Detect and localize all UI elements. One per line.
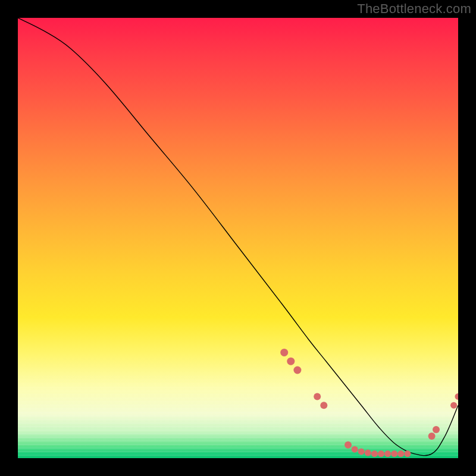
data-marker [378,450,384,457]
data-marker [293,367,301,374]
curve-group [18,18,458,456]
data-marker [320,402,327,409]
watermark-text: TheBottleneck.com [357,1,471,17]
markers-group [280,349,458,457]
data-marker [345,441,352,449]
chart-svg [18,18,458,458]
data-marker [358,448,365,455]
data-marker [428,433,436,440]
data-marker [287,358,295,365]
data-marker [280,349,288,356]
data-marker [365,450,371,456]
data-marker [314,393,321,400]
data-marker [404,450,411,457]
plot-area [18,18,458,458]
data-marker [455,393,459,400]
data-marker [433,426,440,433]
data-marker [352,446,358,453]
data-marker [391,450,397,457]
bottleneck-curve [18,18,458,456]
data-marker [384,450,391,457]
data-marker [450,402,457,409]
data-marker [371,450,378,457]
data-marker [397,450,404,457]
chart-container: TheBottleneck.com [0,0,476,476]
